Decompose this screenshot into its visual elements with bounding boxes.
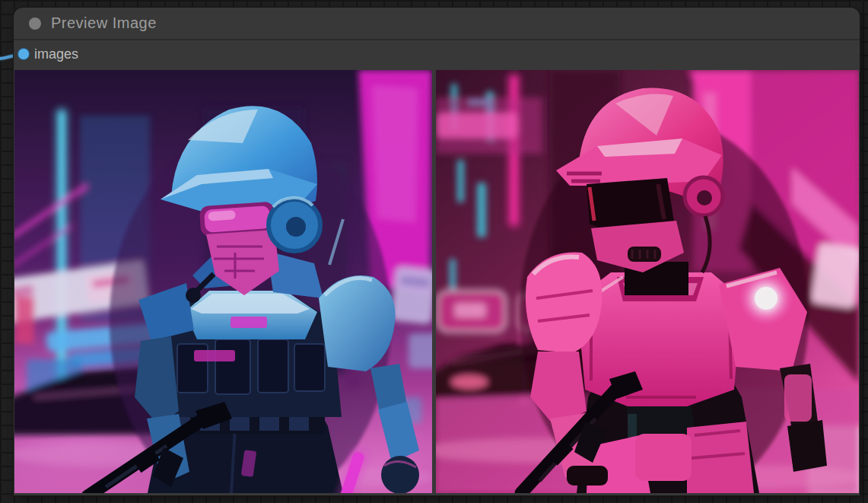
collapse-dot[interactable]	[29, 18, 41, 30]
node-editor-canvas[interactable]: { "canvas": { "background": "#1f1f1f", "…	[0, 0, 868, 503]
preview-image-2[interactable]	[436, 70, 859, 493]
node-title: Preview Image	[51, 14, 157, 32]
input-row-images: images	[14, 40, 860, 68]
preview-image-1[interactable]	[14, 70, 432, 493]
preview-gallery	[14, 70, 859, 493]
preview-image-node[interactable]: Preview Image images	[14, 8, 860, 495]
images-input-port[interactable]	[18, 49, 29, 59]
images-input-label: images	[34, 46, 78, 62]
node-header[interactable]: Preview Image	[14, 8, 860, 40]
